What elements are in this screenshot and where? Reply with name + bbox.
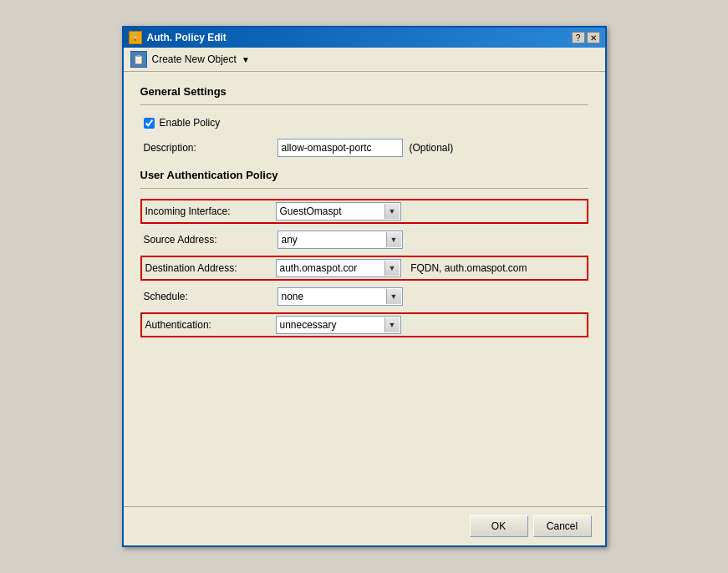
general-settings-divider [140, 104, 588, 105]
enable-policy-row: Enable Policy [140, 115, 588, 130]
source-address-row: Source Address: any ▼ [140, 229, 588, 251]
fqdn-text: FQDN, auth.omaspot.com [410, 262, 527, 274]
incoming-interface-select[interactable]: GuestOmaspt [276, 202, 401, 221]
destination-address-field-area: auth.omaspot.cor ▼ FQDN, auth.omaspot.co… [276, 259, 527, 277]
title-bar-left: 🔒 Auth. Policy Edit [129, 31, 227, 44]
close-button[interactable]: ✕ [587, 32, 600, 43]
description-field-area: (Optional) [277, 139, 454, 157]
content-area: General Settings Enable Policy Descripti… [124, 72, 605, 356]
enable-policy-checkbox[interactable] [144, 118, 155, 129]
description-input[interactable] [277, 139, 403, 157]
authentication-label: Authentication: [145, 319, 276, 331]
toolbar: 📋 Create New Object ▼ [124, 48, 605, 72]
optional-text: (Optional) [410, 142, 454, 154]
create-object-icon: 📋 [130, 51, 147, 68]
create-new-object-label[interactable]: Create New Object [152, 53, 237, 65]
ok-button[interactable]: OK [470, 515, 528, 537]
schedule-row: Schedule: none ▼ [140, 286, 588, 307]
title-bar-controls: ? ✕ [572, 32, 600, 43]
destination-address-select-wrapper: auth.omaspot.cor ▼ [276, 259, 401, 277]
source-address-label: Source Address: [144, 234, 277, 246]
source-address-select-wrapper: any ▼ [277, 231, 403, 249]
authentication-select[interactable]: unnecessary [276, 316, 401, 334]
description-label: Description: [144, 142, 277, 154]
authentication-row: Authentication: unnecessary ▼ [140, 312, 588, 337]
schedule-label: Schedule: [144, 291, 277, 302]
help-button[interactable]: ? [572, 32, 585, 43]
schedule-select-wrapper: none ▼ [277, 287, 403, 306]
enable-policy-label: Enable Policy [160, 117, 221, 129]
destination-address-select[interactable]: auth.omaspot.cor [276, 259, 401, 277]
authentication-select-wrapper: unnecessary ▼ [276, 316, 401, 334]
user-auth-section: User Authentication Policy Incoming Inte… [140, 169, 588, 337]
schedule-select[interactable]: none [277, 287, 403, 306]
main-window: 🔒 Auth. Policy Edit ? ✕ 📋 Create New Obj… [122, 26, 607, 547]
cancel-button[interactable]: Cancel [533, 515, 592, 537]
description-row: Description: (Optional) [140, 137, 588, 159]
window-icon: 🔒 [129, 31, 142, 44]
user-auth-title: User Authentication Policy [140, 169, 588, 181]
toolbar-dropdown-arrow-icon[interactable]: ▼ [242, 55, 250, 64]
user-auth-divider [140, 188, 588, 189]
incoming-interface-label: Incoming Interface: [145, 205, 276, 217]
destination-address-row: Destination Address: auth.omaspot.cor ▼ … [140, 256, 588, 281]
incoming-interface-row: Incoming Interface: GuestOmaspt ▼ [140, 199, 588, 224]
source-address-select[interactable]: any [277, 231, 403, 249]
title-bar: 🔒 Auth. Policy Edit ? ✕ [124, 28, 605, 48]
general-settings-title: General Settings [140, 85, 588, 98]
bottom-bar: OK Cancel [124, 506, 605, 545]
destination-address-label: Destination Address: [145, 262, 276, 274]
incoming-interface-select-wrapper: GuestOmaspt ▼ [276, 202, 401, 221]
window-title: Auth. Policy Edit [147, 32, 227, 43]
